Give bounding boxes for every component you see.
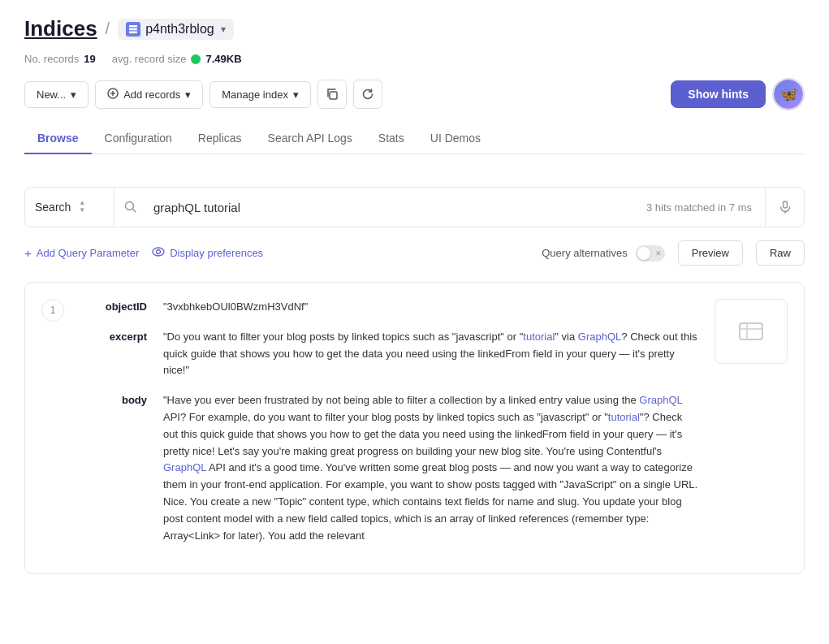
excerpt-tutorial-link[interactable]: tutorial (523, 331, 555, 343)
svg-rect-6 (330, 92, 337, 99)
add-param-label: Add Query Parameter (37, 247, 139, 259)
tabs-bar: Browse Configuration Replicas Search API… (24, 123, 805, 154)
new-button[interactable]: New... ▾ (24, 81, 89, 108)
add-records-label: Add records (123, 89, 180, 101)
search-icon (114, 201, 147, 214)
stats-row: No. records 19 avg. record size 7.49KB (24, 53, 805, 65)
add-param-plus-icon: + (24, 246, 32, 260)
results-section: 1 objectID "3vxbhkebOUl0BWzmH3VdNf" exce… (0, 282, 829, 574)
field-name-objectid: objectID (82, 299, 147, 313)
toggle-knob (637, 247, 650, 260)
svg-rect-0 (129, 25, 137, 28)
svg-rect-1 (129, 28, 137, 30)
body-graphql-link-2[interactable]: GraphQL (163, 461, 206, 473)
search-type-selector[interactable]: Search ▲ ▼ (25, 188, 114, 227)
query-alternatives-group: Query alternatives ✕ (542, 245, 665, 261)
records-value: 19 (84, 53, 95, 65)
result-fields-1: objectID "3vxbhkebOUl0BWzmH3VdNf" excerp… (82, 299, 698, 557)
add-query-param-button[interactable]: + Add Query Parameter (24, 246, 139, 260)
preview-button[interactable]: Preview (678, 240, 743, 266)
toggle-x-icon: ✕ (655, 249, 662, 257)
eye-icon (152, 247, 165, 259)
new-chevron-icon: ▾ (71, 89, 76, 101)
status-dot (191, 54, 201, 64)
add-records-chevron-icon: ▾ (185, 89, 191, 101)
page-title[interactable]: Indices (24, 16, 97, 41)
query-options-bar: + Add Query Parameter Display preference… (24, 240, 805, 266)
raw-label: Raw (770, 247, 791, 259)
index-selector[interactable]: p4nth3rblog ▾ (118, 19, 234, 40)
svg-point-12 (157, 250, 161, 254)
preview-label: Preview (692, 247, 729, 259)
microphone-icon[interactable] (765, 188, 804, 227)
index-icon (126, 22, 140, 37)
display-preferences-button[interactable]: Display preferences (152, 247, 263, 259)
result-number-1: 1 (41, 299, 64, 322)
avatar-button[interactable]: 🦋 (772, 78, 805, 110)
new-button-label: New... (37, 89, 66, 101)
field-excerpt: excerpt "Do you want to filter your blog… (82, 329, 698, 379)
show-hints-label: Show hints (688, 88, 749, 101)
tab-browse[interactable]: Browse (24, 123, 92, 154)
avg-size-stat: avg. record size 7.49KB (112, 53, 242, 65)
svg-rect-13 (740, 323, 762, 339)
search-results-text: 3 hits matched in 7 ms (633, 201, 765, 214)
svg-rect-2 (129, 31, 137, 33)
body-tutorial-link[interactable]: tutorial (608, 411, 640, 423)
result-card-1: 1 objectID "3vxbhkebOUl0BWzmH3VdNf" exce… (24, 282, 805, 574)
add-records-button[interactable]: Add records ▾ (95, 80, 203, 109)
svg-line-8 (133, 210, 136, 213)
avg-size-label: avg. record size (112, 53, 187, 65)
svg-point-11 (153, 248, 164, 256)
field-body: body "Have you ever been frustrated by n… (82, 392, 698, 544)
search-bar: Search ▲ ▼ 3 hits matched in 7 ms (24, 187, 805, 227)
search-type-label: Search (35, 201, 71, 214)
field-value-body: "Have you ever been frustrated by not be… (163, 392, 698, 544)
avatar: 🦋 (774, 80, 803, 109)
search-section: Search ▲ ▼ 3 hits matched in 7 ms (0, 154, 829, 266)
manage-index-chevron-icon: ▾ (293, 89, 299, 101)
index-name-label: p4nth3rblog (145, 22, 214, 37)
records-stat: No. records 19 (24, 53, 96, 65)
svg-rect-9 (783, 201, 787, 208)
breadcrumb-separator: / (106, 19, 110, 38)
result-content-1: objectID "3vxbhkebOUl0BWzmH3VdNf" excerp… (82, 299, 788, 557)
chevron-down-icon: ▾ (221, 24, 226, 35)
avg-size-value: 7.49KB (205, 53, 241, 65)
field-objectid: objectID "3vxbhkebOUl0BWzmH3VdNf" (82, 299, 698, 316)
toolbar: New... ▾ Add records ▾ Manage index ▾ (24, 78, 805, 110)
show-hints-button[interactable]: Show hints (671, 80, 766, 108)
copy-button[interactable] (317, 80, 347, 109)
body-graphql-link-1[interactable]: GraphQL (639, 394, 682, 406)
query-alt-label: Query alternatives (542, 247, 628, 259)
records-label: No. records (24, 53, 79, 65)
add-records-icon (107, 88, 119, 102)
tab-configuration[interactable]: Configuration (92, 123, 185, 154)
tab-search-api-logs[interactable]: Search API Logs (255, 123, 365, 154)
excerpt-graphql-link[interactable]: GraphQL (578, 331, 621, 343)
field-value-objectid: "3vxbhkebOUl0BWzmH3VdNf" (163, 299, 698, 316)
manage-index-label: Manage index (222, 89, 288, 101)
query-alt-toggle[interactable]: ✕ (636, 245, 665, 261)
field-name-body: body (82, 392, 147, 406)
refresh-button[interactable] (353, 80, 382, 109)
raw-button[interactable]: Raw (756, 240, 805, 266)
search-input[interactable] (147, 188, 633, 227)
tab-replicas[interactable]: Replicas (185, 123, 255, 154)
manage-index-button[interactable]: Manage index ▾ (209, 81, 311, 108)
tab-ui-demos[interactable]: UI Demos (417, 123, 494, 154)
field-name-excerpt: excerpt (82, 329, 147, 343)
field-value-excerpt: "Do you want to filter your blog posts b… (163, 329, 698, 379)
tab-stats[interactable]: Stats (365, 123, 417, 154)
result-image-placeholder (715, 299, 788, 364)
display-pref-label: Display preferences (170, 247, 263, 259)
search-type-arrows-icon: ▲ ▼ (79, 200, 85, 214)
